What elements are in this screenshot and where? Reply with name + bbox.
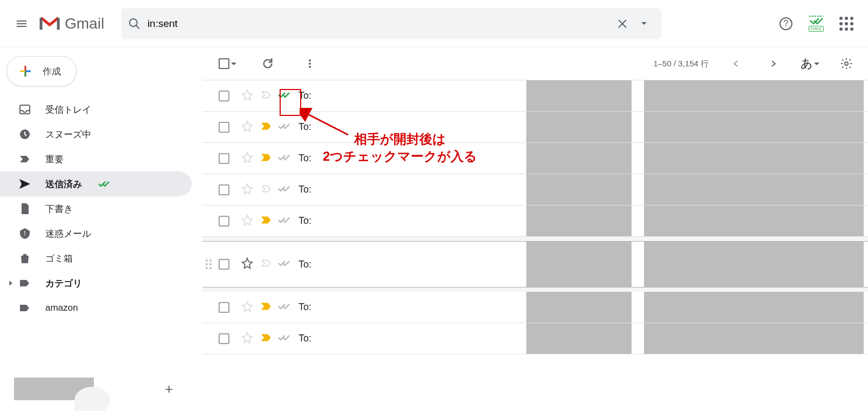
nav-label: 下書き <box>45 203 73 215</box>
important-icon <box>261 183 273 195</box>
read-receipt-indicator <box>278 259 292 270</box>
svg-point-0 <box>130 19 137 26</box>
chevron-right-icon <box>6 279 15 287</box>
sidebar-item-sent[interactable]: 送信済み <box>0 172 192 196</box>
nav-label: 迷惑メール <box>45 228 91 240</box>
apps-button[interactable] <box>836 13 857 35</box>
settings-button[interactable] <box>836 53 857 74</box>
search-options-button[interactable] <box>633 13 655 35</box>
sidebar-item-label-amazon[interactable]: amazon <box>0 296 192 320</box>
row-checkbox[interactable] <box>219 333 229 344</box>
sidebar-item-categories[interactable]: カテゴリ <box>0 271 192 296</box>
redacted-sender <box>526 292 632 323</box>
search-input[interactable] <box>141 18 612 30</box>
star-icon <box>241 300 253 312</box>
important-marker[interactable] <box>261 257 273 271</box>
prev-page-button[interactable] <box>725 53 747 74</box>
sidebar-item-drafts[interactable]: 下書き <box>0 196 192 221</box>
redacted-content <box>644 292 864 323</box>
svg-point-15 <box>309 66 311 68</box>
star-button[interactable] <box>241 183 253 197</box>
star-button[interactable] <box>241 89 253 103</box>
row-checkbox[interactable] <box>219 216 229 227</box>
important-marker[interactable] <box>261 332 273 346</box>
plus-icon <box>17 63 34 80</box>
nav-label: amazon <box>45 303 78 313</box>
sidebar-item-trash[interactable]: ゴミ箱 <box>0 246 192 271</box>
recipient-label: To: <box>299 259 311 270</box>
chevron-down-icon <box>814 63 819 65</box>
important-marker[interactable] <box>261 152 273 166</box>
row-checkbox[interactable] <box>219 184 229 195</box>
more-vert-icon <box>304 58 315 69</box>
star-button[interactable] <box>241 257 253 271</box>
email-row[interactable]: To: <box>202 323 868 354</box>
email-row[interactable]: To: <box>202 174 868 206</box>
main-menu-button[interactable] <box>9 11 35 37</box>
row-checkbox[interactable] <box>219 153 229 164</box>
sidebar-item-inbox[interactable]: 受信トレイ <box>0 97 192 122</box>
annotation-highlight-box <box>280 89 301 116</box>
new-chat-button[interactable]: + <box>161 381 177 396</box>
search-icon <box>128 17 141 30</box>
label-icon <box>18 277 31 290</box>
recipient-label: To: <box>299 302 311 313</box>
free-badge: FREE <box>809 26 823 32</box>
select-all-checkbox[interactable] <box>219 58 236 69</box>
search-box[interactable] <box>121 8 661 39</box>
refresh-icon <box>262 58 274 70</box>
important-marker[interactable] <box>261 183 273 197</box>
email-row[interactable]: To: <box>202 292 868 323</box>
redacted-sender <box>526 206 632 236</box>
important-marker[interactable] <box>261 89 273 103</box>
important-icon <box>261 214 273 226</box>
svg-point-13 <box>309 59 311 61</box>
input-method-button[interactable]: あ <box>801 56 819 72</box>
annotation-line1: 相手が開封後は <box>323 131 477 148</box>
email-row[interactable]: To: <box>202 206 868 237</box>
more-button[interactable] <box>299 53 321 74</box>
email-row[interactable]: To: <box>202 143 868 174</box>
email-row[interactable]: To: <box>202 80 868 112</box>
star-button[interactable] <box>241 332 253 346</box>
star-button[interactable] <box>241 300 253 314</box>
drag-handle-icon <box>206 259 212 269</box>
important-marker[interactable] <box>261 120 273 134</box>
important-icon <box>18 153 31 166</box>
annotation-text: 相手が開封後は 2つチェックマークが入る <box>323 131 477 166</box>
sidebar-item-spam[interactable]: ! 迷惑メール <box>0 221 192 246</box>
important-icon <box>261 332 273 344</box>
annotation-line2: 2つチェックマークが入る <box>323 148 477 165</box>
important-icon <box>261 300 273 312</box>
nav-label: ゴミ箱 <box>45 252 73 265</box>
sidebar-item-important[interactable]: 重要 <box>0 147 192 172</box>
star-button[interactable] <box>241 214 253 228</box>
compose-button[interactable]: 作成 <box>6 56 77 86</box>
row-checkbox[interactable] <box>219 91 229 101</box>
row-checkbox[interactable] <box>219 122 229 133</box>
star-icon <box>241 257 253 269</box>
trash-icon <box>18 252 31 265</box>
redacted-content <box>644 323 864 354</box>
refresh-button[interactable] <box>257 53 279 74</box>
next-page-button[interactable] <box>763 53 784 74</box>
double-check-icon <box>278 216 292 224</box>
row-checkbox[interactable] <box>219 302 229 313</box>
star-button[interactable] <box>241 152 253 166</box>
row-checkbox[interactable] <box>219 259 229 270</box>
help-button[interactable]: ? <box>775 13 797 35</box>
redacted-sender <box>526 143 632 174</box>
redacted-sender <box>526 80 632 111</box>
important-marker[interactable] <box>261 214 273 228</box>
star-button[interactable] <box>241 120 253 134</box>
sidebar-item-snoozed[interactable]: スヌーズ中 <box>0 122 192 147</box>
recipient-label: To: <box>299 215 311 227</box>
mailtrack-extension-icon[interactable]: FREE <box>805 13 827 35</box>
gear-icon <box>840 57 853 70</box>
sidebar-footer: + <box>0 367 202 411</box>
clear-search-button[interactable] <box>612 13 633 35</box>
important-marker[interactable] <box>261 300 273 314</box>
redacted-content <box>644 143 864 174</box>
gmail-logo[interactable]: Gmail <box>39 15 104 32</box>
email-row[interactable]: To: <box>202 241 868 287</box>
